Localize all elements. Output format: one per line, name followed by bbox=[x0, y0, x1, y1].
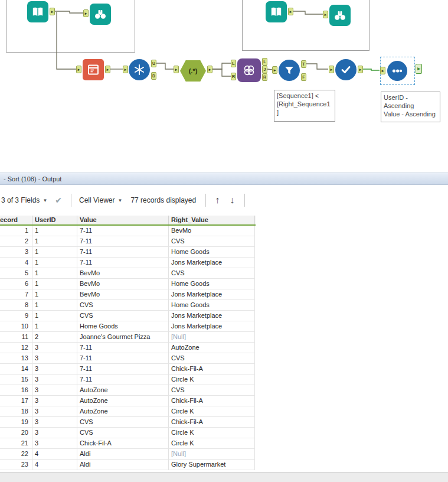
column-header-userid[interactable]: UserID bbox=[32, 216, 77, 224]
table-cell: Home Goods bbox=[169, 247, 255, 258]
tool-container-left[interactable] bbox=[6, 0, 135, 53]
table-cell: 4 bbox=[0, 258, 32, 268]
table-cell: Circle K bbox=[169, 428, 255, 438]
data-prep-tool[interactable] bbox=[83, 59, 104, 80]
scroll-up-button[interactable]: ↑ bbox=[215, 195, 220, 206]
dots-icon bbox=[390, 64, 404, 78]
prep-tool-output-anchor[interactable]: ▸ bbox=[105, 66, 110, 73]
table-cell: [Null] bbox=[169, 332, 255, 343]
browse-tool-left[interactable] bbox=[90, 4, 111, 25]
join-right-input-anchor[interactable]: R bbox=[231, 73, 236, 80]
browse-right-input-anchor[interactable]: ▸ bbox=[323, 11, 328, 18]
window-list-icon bbox=[86, 63, 100, 77]
checkmark-tool-output-anchor[interactable]: ▸ bbox=[358, 66, 363, 73]
browse-tool-right[interactable] bbox=[329, 5, 351, 26]
table-row[interactable]: 217-11CVS bbox=[0, 236, 256, 247]
table-cell: 1 bbox=[32, 258, 77, 268]
table-cell: 3 bbox=[32, 374, 77, 385]
sort-output-anchor[interactable]: ▸ bbox=[416, 64, 422, 74]
checkmark-tool[interactable] bbox=[335, 59, 357, 80]
table-cell: BevMo bbox=[77, 268, 169, 279]
cell-viewer-label: Cell Viewer bbox=[79, 196, 115, 204]
table-row[interactable]: 1337-11CVS bbox=[0, 353, 256, 364]
table-row[interactable]: 1237-11AutoZone bbox=[0, 343, 256, 353]
cell-viewer-dropdown[interactable]: Cell Viewer ▼ bbox=[79, 196, 122, 204]
table-cell: AutoZone bbox=[77, 396, 169, 406]
table-cell: 1 bbox=[32, 279, 77, 289]
browse-left-input-anchor[interactable]: ▸ bbox=[83, 9, 89, 17]
apply-check-icon[interactable]: ✔ bbox=[55, 196, 62, 205]
table-row[interactable]: 117-11BevMo bbox=[0, 226, 256, 236]
table-row[interactable]: 203CVSCircle K bbox=[0, 428, 256, 438]
table-row[interactable]: 163AutoZoneCVS bbox=[0, 385, 256, 396]
table-cell: BevMo bbox=[169, 226, 255, 236]
regex-tool[interactable]: (.*) bbox=[180, 60, 206, 82]
table-cell: 3 bbox=[32, 396, 77, 406]
table-cell: CVS bbox=[169, 385, 255, 396]
workflow-canvas[interactable]: (.*) ▸▸▸▸▸▸▸UD▸▸LRLJR▸TF▸▸▸▸ [Sequence1]… bbox=[0, 0, 448, 172]
table-cell: 7-11 bbox=[77, 247, 169, 258]
table-row[interactable]: 1437-11Chick-Fil-A bbox=[0, 364, 256, 374]
table-row[interactable]: 61BevMoHome Goods bbox=[0, 279, 256, 289]
toolbar-separator bbox=[244, 194, 245, 207]
unique-input-anchor[interactable]: ▸ bbox=[123, 66, 128, 73]
regex-input-anchor[interactable]: ▸ bbox=[174, 66, 179, 73]
snowflake-icon bbox=[132, 63, 146, 77]
annotation-filter-expression[interactable]: [Sequence1] < [Right_Sequence1 ] bbox=[274, 90, 335, 122]
join-r-output-anchor[interactable]: R bbox=[262, 73, 267, 81]
table-cell: 7-11 bbox=[77, 374, 169, 385]
table-row[interactable]: 234AldiGlory Supermarket bbox=[0, 460, 256, 470]
join-left-input-anchor[interactable]: L bbox=[231, 60, 236, 67]
table-row[interactable]: 417-11Jons Marketplace bbox=[0, 258, 256, 268]
table-row[interactable]: 224Aldi[Null] bbox=[0, 449, 256, 460]
table-cell: AutoZone bbox=[77, 406, 169, 417]
table-cell: 7-11 bbox=[77, 258, 169, 268]
annotation-sort-config[interactable]: UserID - Ascending Value - Ascending bbox=[381, 92, 440, 122]
filter-true-output-anchor[interactable]: T bbox=[301, 60, 306, 68]
table-cell: Jons Marketplace bbox=[169, 258, 255, 268]
sort-input-anchor[interactable]: ▸ bbox=[380, 67, 385, 74]
fields-dropdown[interactable]: 3 of 3 Fields ▼ bbox=[1, 196, 47, 204]
column-header-right_value[interactable]: Right_Value bbox=[169, 216, 255, 224]
table-row[interactable]: 213Chick-Fil-ACircle K bbox=[0, 438, 256, 449]
column-header-value[interactable]: Value bbox=[77, 216, 169, 224]
join-j-output-anchor[interactable]: J bbox=[262, 66, 267, 73]
input-data-tool-left[interactable] bbox=[27, 1, 48, 22]
filter-tool[interactable] bbox=[279, 60, 300, 81]
filter-false-output-anchor[interactable]: F bbox=[301, 73, 306, 81]
table-row[interactable]: 193CVSChick-Fil-A bbox=[0, 417, 256, 428]
table-cell: Chick-Fil-A bbox=[77, 438, 169, 449]
scroll-down-button[interactable]: ↓ bbox=[230, 195, 234, 206]
table-cell: 3 bbox=[32, 364, 77, 374]
table-row[interactable]: 71BevMoJons Marketplace bbox=[0, 289, 256, 300]
input-right-output-anchor[interactable]: ▸ bbox=[288, 8, 293, 15]
unique-u-output-anchor[interactable]: U bbox=[151, 60, 156, 67]
table-row[interactable]: 91CVSJons Marketplace bbox=[0, 311, 256, 321]
regex-output-anchor[interactable]: ▸ bbox=[207, 66, 212, 73]
table-cell: 16 bbox=[0, 385, 32, 396]
table-row[interactable]: 183AutoZoneCircle K bbox=[0, 406, 256, 417]
filter-input-anchor[interactable]: ▸ bbox=[272, 66, 277, 74]
sort-tool[interactable] bbox=[387, 61, 407, 81]
input-left-output-anchor[interactable]: ▸ bbox=[50, 8, 55, 15]
input-data-tool-right[interactable] bbox=[266, 1, 287, 22]
unique-d-output-anchor[interactable]: D bbox=[151, 72, 156, 80]
table-row[interactable]: 112Joanne's Gourmet Pizza[Null] bbox=[0, 332, 256, 343]
table-cell: 11 bbox=[0, 332, 32, 343]
table-row[interactable]: 101Home GoodsJons Marketplace bbox=[0, 321, 256, 332]
join-l-output-anchor[interactable]: L bbox=[262, 58, 267, 66]
prep-tool-input-anchor[interactable]: ▸ bbox=[76, 66, 81, 73]
table-row[interactable]: 51BevMoCVS bbox=[0, 268, 256, 279]
table-row[interactable]: 317-11Home Goods bbox=[0, 247, 256, 258]
table-row[interactable]: 81CVSHome Goods bbox=[0, 300, 256, 311]
table-cell: CVS bbox=[169, 353, 255, 364]
table-cell: 1 bbox=[0, 226, 32, 236]
column-header-record[interactable]: Record bbox=[0, 216, 32, 224]
checkmark-tool-input-anchor[interactable]: ▸ bbox=[329, 66, 334, 73]
table-row[interactable]: 1537-11Circle K bbox=[0, 374, 256, 385]
table-row[interactable]: 173AutoZoneChick-Fil-A bbox=[0, 396, 256, 406]
join-tool[interactable] bbox=[237, 58, 261, 82]
unique-tool[interactable] bbox=[129, 59, 150, 80]
table-cell: Home Goods bbox=[169, 300, 255, 311]
table-cell: 12 bbox=[0, 343, 32, 353]
